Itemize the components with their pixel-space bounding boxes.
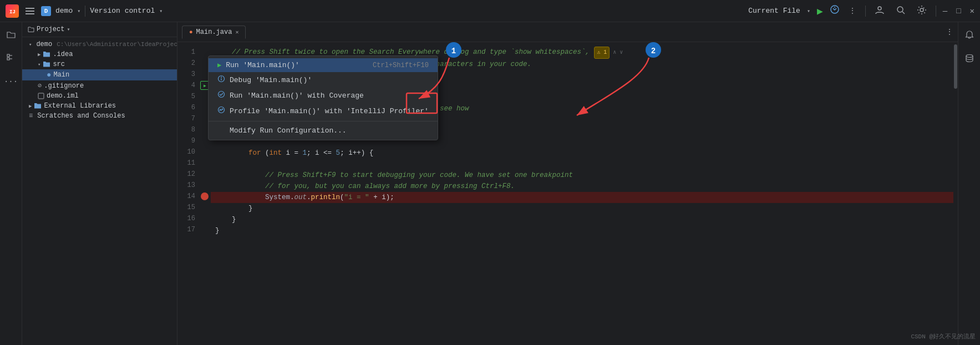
editor-tab-main-label: Main.java	[196, 28, 232, 36]
tree-item-demo[interactable]: ▾ demo C:\Users\Administrator\IdeaProjec…	[22, 39, 177, 49]
project-badge: D	[41, 6, 51, 16]
editor-area: ● Main.java ✕ ⋮ 12345 678910 1112131415 …	[177, 22, 958, 345]
menu-item-debug[interactable]: Debug 'Main.main()'	[209, 72, 438, 88]
code-line-17: }	[211, 225, 953, 236]
tree-item-main-label: Main	[53, 71, 69, 79]
folder-icon-btn[interactable]	[3, 27, 19, 43]
svg-point-16	[219, 92, 225, 98]
menu-profile-icon	[217, 106, 225, 116]
svg-rect-9	[7, 58, 9, 60]
tree-item-scratches[interactable]: ≡ Scratches and Consoles	[22, 111, 177, 121]
warning-badge: ⚠ 1	[594, 47, 610, 59]
tree-item-main[interactable]: ● Main	[22, 69, 177, 80]
more-options-button[interactable]: ⋮	[846, 4, 859, 18]
menu-debug-icon	[217, 75, 225, 85]
svg-rect-12	[38, 93, 44, 99]
tree-item-src-label: src	[53, 60, 65, 68]
debug-button[interactable]	[830, 4, 840, 17]
far-right-panel	[958, 22, 980, 345]
separator-1	[85, 6, 85, 17]
version-control-dropdown[interactable]: ▾	[159, 8, 163, 14]
line-numbers: 12345 678910 1112131415 1617	[177, 42, 200, 345]
tree-item-demo-path: C:\Users\Administrator\IdeaProjects\demo	[57, 41, 177, 48]
menu-debug-label: Debug 'Main.main()'	[230, 76, 312, 84]
project-tree: ▾ demo C:\Users\Administrator\IdeaProjec…	[22, 37, 177, 345]
code-line-15: }	[211, 203, 953, 214]
breakpoint-line14[interactable]	[201, 192, 209, 200]
notification-bell-icon[interactable]	[961, 27, 978, 43]
editor-tab-right: ⋮	[946, 27, 953, 37]
title-bar-right: Current File ▾ ▶ ⋮	[748, 3, 974, 19]
watermark: CSDN @好久不见的流星	[911, 332, 976, 341]
version-control-label: Version control	[90, 7, 155, 15]
code-line-12: // Press Shift+F9 to start debugging you…	[211, 170, 953, 181]
menu-coverage-label: Run 'Main.main()' with Coverage	[230, 92, 364, 100]
tree-item-demoitml[interactable]: demo.iml	[22, 91, 177, 101]
settings-button[interactable]	[915, 3, 929, 19]
menu-run-shortcut: Ctrl+Shift+F10	[373, 62, 429, 69]
context-menu: ▶ Run 'Main.main()' Ctrl+Shift+F10 Debug…	[208, 55, 438, 140]
menu-run-icon: ▶	[217, 61, 221, 69]
window-controls: — □ ✕	[943, 6, 974, 16]
tree-item-demoitml-label: demo.iml	[47, 92, 79, 100]
code-line-10: for (int i = 1; i <= 5; i++) {	[211, 148, 953, 159]
scroll-thumb[interactable]	[954, 44, 957, 89]
separator-2	[865, 6, 866, 17]
search-button[interactable]	[893, 3, 908, 19]
project-dropdown[interactable]: ▾	[67, 26, 70, 33]
svg-point-7	[920, 8, 923, 12]
svg-point-24	[966, 55, 973, 58]
project-dropdown-arrow[interactable]: ▾	[77, 8, 80, 14]
title-bar-left: IJ D demo ▾ Version control ▾	[6, 4, 744, 18]
tree-item-demo-label: demo	[36, 40, 52, 48]
tree-item-ext-libs[interactable]: ▶ External Libraries	[22, 101, 177, 111]
tree-item-idea[interactable]: ▶ .idea	[22, 49, 177, 59]
project-panel: Project ▾ ▾ demo C:\Users\Administrator\…	[22, 22, 177, 345]
main-layout: ··· Project ▾ ▾ demo C:\Users\Administra…	[0, 22, 980, 345]
code-line-11	[211, 159, 953, 170]
java-file-icon: ●	[189, 29, 193, 35]
editor-tab-main[interactable]: ● Main.java ✕	[182, 26, 246, 39]
tree-item-idea-label: .idea	[53, 50, 73, 58]
svg-line-6	[902, 12, 905, 14]
menu-separator	[209, 121, 438, 121]
code-line-16: }	[211, 214, 953, 225]
menu-item-coverage[interactable]: Run 'Main.main()' with Coverage	[209, 88, 438, 103]
project-panel-header: Project ▾	[22, 22, 177, 37]
code-line-13: // for you, but you can always add more …	[211, 181, 953, 192]
current-file-selector[interactable]: Current File	[748, 7, 800, 15]
menu-item-modify[interactable]: Modify Run Configuration...	[209, 124, 438, 138]
close-button[interactable]: ✕	[970, 6, 974, 16]
user-icon[interactable]	[872, 3, 887, 19]
current-file-arrow[interactable]: ▾	[807, 8, 810, 14]
separator-3	[936, 6, 936, 17]
tree-item-src[interactable]: ▾ src	[22, 59, 177, 69]
svg-point-4	[878, 7, 881, 10]
structure-icon-btn[interactable]	[3, 50, 19, 67]
run-button[interactable]: ▶	[817, 5, 823, 17]
tree-item-gitignore-label: .gitignore	[44, 82, 84, 90]
tree-item-scratches-label: Scratches and Consoles	[37, 112, 125, 120]
scrollbar[interactable]	[953, 42, 958, 345]
menu-profile-label: Profile 'Main.main()' with 'IntelliJ Pro…	[230, 107, 429, 115]
menu-item-profile[interactable]: Profile 'Main.main()' with 'IntelliJ Pro…	[209, 103, 438, 119]
menu-item-run[interactable]: ▶ Run 'Main.main()' Ctrl+Shift+F10	[209, 58, 438, 72]
database-icon[interactable]	[961, 50, 978, 67]
title-bar: IJ D demo ▾ Version control ▾ Current Fi…	[0, 0, 980, 22]
editor-more-icon[interactable]: ⋮	[946, 27, 953, 37]
project-name: demo	[55, 7, 73, 15]
sidebar-icons: ···	[0, 22, 22, 345]
menu-modify-label: Modify Run Configuration...	[230, 126, 347, 135]
tab-close-button[interactable]: ✕	[235, 29, 238, 35]
menu-coverage-icon	[217, 90, 225, 100]
menu-run-label: Run 'Main.main()'	[226, 61, 299, 69]
svg-text:IJ: IJ	[9, 9, 16, 15]
svg-point-14	[221, 77, 222, 78]
maximize-button[interactable]: □	[956, 7, 961, 16]
minimize-button[interactable]: —	[943, 7, 947, 16]
code-line-14: System.out.println("i = " + i);	[211, 192, 953, 203]
tree-item-gitignore[interactable]: ⊘ .gitignore	[22, 80, 177, 91]
svg-point-3	[834, 7, 835, 8]
hamburger-menu[interactable]	[23, 6, 37, 17]
more-icon-btn[interactable]: ···	[3, 73, 19, 90]
